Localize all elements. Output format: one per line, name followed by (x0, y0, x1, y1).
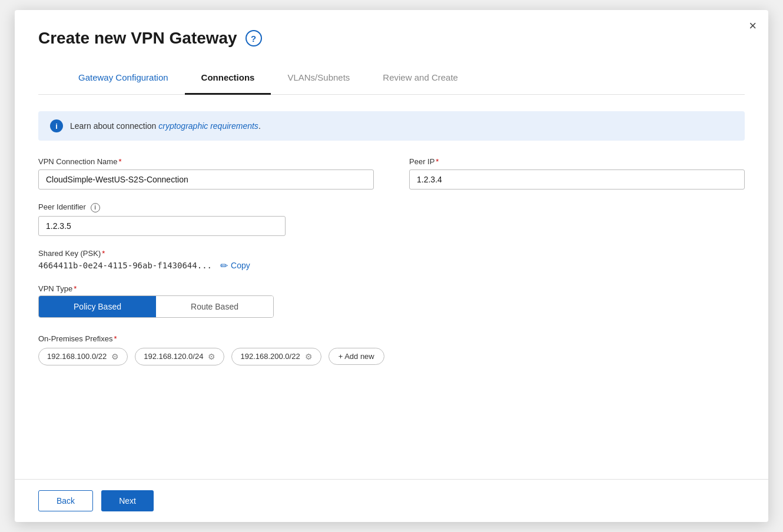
psk-edit-button[interactable]: ✏ Copy (220, 260, 250, 271)
peer-identifier-input[interactable] (38, 216, 286, 236)
psk-row: 4664411b-0e24-4115-96ab-f1430644... ✏ Co… (38, 260, 745, 271)
prefixes-required: * (114, 334, 117, 343)
shared-key-required: * (102, 249, 105, 258)
prefix-gear-icon-1[interactable]: ⚙ (208, 352, 215, 361)
next-button[interactable]: Next (101, 490, 154, 511)
tab-review-create[interactable]: Review and Create (366, 62, 475, 95)
back-button[interactable]: Back (38, 490, 93, 511)
prefix-gear-icon-2[interactable]: ⚙ (305, 352, 313, 361)
peer-ip-required: * (436, 157, 439, 166)
tab-vlans-subnets[interactable]: VLANs/Subnets (271, 62, 366, 95)
create-vpn-gateway-modal: × Create new VPN Gateway ? Gateway Confi… (15, 10, 768, 522)
modal-footer: Back Next (15, 479, 768, 522)
vpn-type-toggle: Policy Based Route Based (38, 295, 274, 318)
peer-identifier-group: Peer Identifier i (38, 202, 286, 236)
prefix-chip-2: 192.168.200.0/22 ⚙ (231, 348, 321, 365)
info-banner: i Learn about connection cryptographic r… (38, 111, 745, 141)
tab-connections[interactable]: Connections (185, 62, 271, 95)
vpn-type-label: VPN Type* (38, 284, 745, 293)
close-button[interactable]: × (749, 19, 757, 32)
add-new-prefix-button[interactable]: + Add new (329, 348, 384, 365)
tab-gateway-configuration[interactable]: Gateway Configuration (62, 62, 185, 95)
vpn-name-required: * (118, 157, 121, 166)
peer-ip-input[interactable] (409, 169, 745, 189)
shared-key-group: Shared Key (PSK)* 4664411b-0e24-4115-96a… (38, 249, 745, 271)
peer-ip-label: Peer IP* (409, 157, 745, 166)
prefix-value-0: 192.168.100.0/22 (47, 352, 107, 361)
crypto-requirements-link[interactable]: cryptographic requirements (158, 121, 258, 131)
info-banner-text: Learn about connection cryptographic req… (70, 121, 261, 131)
prefix-chip-0: 192.168.100.0/22 ⚙ (38, 348, 128, 365)
peer-identifier-label: Peer Identifier i (38, 202, 286, 212)
info-banner-prefix: Learn about connection (70, 121, 158, 131)
peer-identifier-info-icon[interactable]: i (91, 203, 100, 212)
help-icon[interactable]: ? (245, 30, 262, 46)
vpn-name-group: VPN Connection Name* (38, 157, 374, 189)
modal-header: Create new VPN Gateway ? Gateway Configu… (15, 10, 768, 95)
info-banner-icon: i (50, 119, 63, 132)
vpn-name-peer-ip-row: VPN Connection Name* Peer IP* (38, 157, 745, 189)
vpn-type-route-button[interactable]: Route Based (156, 296, 273, 317)
prefix-value-1: 192.168.120.0/24 (144, 352, 203, 361)
prefix-value-2: 192.168.200.0/22 (240, 352, 300, 361)
info-banner-suffix: . (258, 121, 261, 131)
vpn-name-label: VPN Connection Name* (38, 157, 374, 166)
modal-body: i Learn about connection cryptographic r… (15, 95, 768, 479)
on-premises-prefixes-group: On-Premises Prefixes* 192.168.100.0/22 ⚙… (38, 334, 745, 365)
on-premises-prefixes-label: On-Premises Prefixes* (38, 334, 745, 343)
tabs-container: Gateway Configuration Connections VLANs/… (38, 62, 745, 95)
pencil-icon: ✏ (220, 260, 228, 271)
copy-label: Copy (231, 261, 250, 270)
psk-value: 4664411b-0e24-4115-96ab-f1430644... (38, 261, 212, 270)
modal-title-row: Create new VPN Gateway ? (38, 29, 745, 48)
shared-key-label: Shared Key (PSK)* (38, 249, 745, 258)
vpn-type-group: VPN Type* Policy Based Route Based (38, 284, 745, 318)
vpn-type-required: * (74, 284, 77, 293)
modal-title-text: Create new VPN Gateway (38, 29, 237, 48)
peer-ip-group: Peer IP* (409, 157, 745, 189)
peer-identifier-row: Peer Identifier i (38, 202, 745, 236)
prefix-gear-icon-0[interactable]: ⚙ (111, 352, 119, 361)
prefix-chip-1: 192.168.120.0/24 ⚙ (135, 348, 224, 365)
vpn-name-input[interactable] (38, 169, 374, 189)
vpn-type-policy-button[interactable]: Policy Based (39, 296, 156, 317)
prefixes-row: 192.168.100.0/22 ⚙ 192.168.120.0/24 ⚙ 19… (38, 348, 745, 365)
